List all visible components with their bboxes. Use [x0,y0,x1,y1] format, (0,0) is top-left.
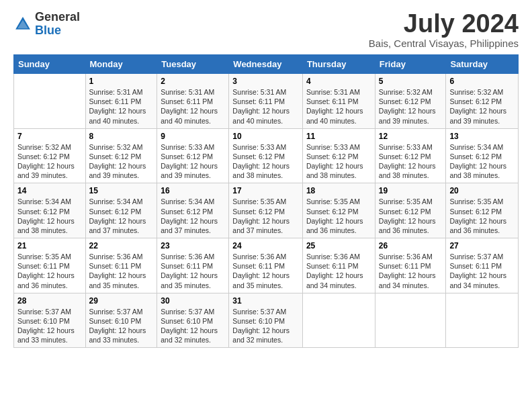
daylight-text: Daylight: 12 hours and 38 minutes. [232,162,290,179]
daylight-text: Daylight: 12 hours and 40 minutes. [232,107,290,124]
cell-info: Sunrise: 5:35 AM Sunset: 6:11 PM Dayligh… [17,252,82,290]
calendar-cell [446,293,519,348]
logo-text: General Blue [35,11,80,38]
cell-info: Sunrise: 5:32 AM Sunset: 6:12 PM Dayligh… [379,87,443,126]
weekday-header: Thursday [302,55,375,74]
calendar-table: SundayMondayTuesdayWednesdayThursdayFrid… [13,54,519,348]
sunrise-text: Sunrise: 5:32 AM [89,143,143,151]
cell-info: Sunrise: 5:37 AM Sunset: 6:10 PM Dayligh… [161,307,225,345]
calendar-cell: 29 Sunrise: 5:37 AM Sunset: 6:10 PM Dayl… [85,293,157,348]
calendar-cell: 20 Sunrise: 5:35 AM Sunset: 6:12 PM Dayl… [446,183,519,238]
cell-info: Sunrise: 5:32 AM Sunset: 6:12 PM Dayligh… [89,142,154,181]
calendar-cell: 2 Sunrise: 5:31 AM Sunset: 6:11 PM Dayli… [157,74,229,129]
sunrise-text: Sunrise: 5:36 AM [161,253,214,261]
daylight-text: Daylight: 12 hours and 40 minutes. [89,107,146,124]
cell-info: Sunrise: 5:34 AM Sunset: 6:12 PM Dayligh… [17,197,82,235]
sunset-text: Sunset: 6:12 PM [379,152,431,161]
daylight-text: Daylight: 12 hours and 39 minutes. [449,107,506,124]
cell-info: Sunrise: 5:31 AM Sunset: 6:11 PM Dayligh… [89,87,154,126]
daylight-text: Daylight: 12 hours and 38 minutes. [17,217,75,234]
cell-info: Sunrise: 5:33 AM Sunset: 6:12 PM Dayligh… [161,142,225,181]
cell-info: Sunrise: 5:36 AM Sunset: 6:11 PM Dayligh… [89,252,154,290]
day-number: 4 [306,77,371,86]
calendar-cell: 5 Sunrise: 5:32 AM Sunset: 6:12 PM Dayli… [375,74,446,129]
cell-info: Sunrise: 5:37 AM Sunset: 6:10 PM Dayligh… [17,307,82,345]
day-number: 3 [232,77,299,86]
sunset-text: Sunset: 6:11 PM [161,262,213,270]
weekday-header: Wednesday [229,55,303,74]
sunrise-text: Sunrise: 5:37 AM [89,308,143,316]
daylight-text: Daylight: 12 hours and 35 minutes. [89,271,146,289]
weekday-header: Friday [375,55,446,74]
logo-general-text: General [35,11,80,24]
day-number: 26 [379,241,443,250]
calendar-cell: 10 Sunrise: 5:33 AM Sunset: 6:12 PM Dayl… [229,128,303,183]
daylight-text: Daylight: 12 hours and 32 minutes. [232,326,290,344]
calendar-cell [302,293,375,348]
sunrise-text: Sunrise: 5:34 AM [161,197,214,205]
day-number: 18 [306,186,371,195]
daylight-text: Daylight: 12 hours and 36 minutes. [306,217,363,234]
daylight-text: Daylight: 12 hours and 35 minutes. [161,271,218,289]
cell-info: Sunrise: 5:31 AM Sunset: 6:11 PM Dayligh… [306,87,371,126]
calendar-week-row: 7 Sunrise: 5:32 AM Sunset: 6:12 PM Dayli… [14,128,519,183]
daylight-text: Daylight: 12 hours and 33 minutes. [17,326,75,344]
sunrise-text: Sunrise: 5:35 AM [306,197,360,205]
cell-info: Sunrise: 5:35 AM Sunset: 6:12 PM Dayligh… [306,197,371,235]
cell-info: Sunrise: 5:34 AM Sunset: 6:12 PM Dayligh… [161,197,225,235]
daylight-text: Daylight: 12 hours and 38 minutes. [449,162,506,179]
sunset-text: Sunset: 6:12 PM [17,208,70,216]
sunrise-text: Sunrise: 5:37 AM [232,308,286,316]
daylight-text: Daylight: 12 hours and 40 minutes. [306,107,363,124]
sunrise-text: Sunrise: 5:34 AM [89,197,143,205]
day-number: 31 [232,296,299,306]
calendar-week-row: 28 Sunrise: 5:37 AM Sunset: 6:10 PM Dayl… [14,293,519,348]
weekday-header: Tuesday [157,55,229,74]
day-number: 9 [161,132,225,141]
sunset-text: Sunset: 6:12 PM [161,208,213,216]
sunset-text: Sunset: 6:11 PM [449,262,502,270]
calendar-cell: 19 Sunrise: 5:35 AM Sunset: 6:12 PM Dayl… [375,183,446,238]
calendar-cell: 12 Sunrise: 5:33 AM Sunset: 6:12 PM Dayl… [375,128,446,183]
calendar-cell: 9 Sunrise: 5:33 AM Sunset: 6:12 PM Dayli… [157,128,229,183]
sunrise-text: Sunrise: 5:34 AM [17,197,71,205]
daylight-text: Daylight: 12 hours and 38 minutes. [379,162,436,179]
sunrise-text: Sunrise: 5:35 AM [232,197,286,205]
cell-info: Sunrise: 5:37 AM Sunset: 6:10 PM Dayligh… [232,307,299,345]
sunset-text: Sunset: 6:12 PM [232,208,285,216]
calendar-cell: 22 Sunrise: 5:36 AM Sunset: 6:11 PM Dayl… [85,238,157,293]
day-number: 11 [306,132,371,141]
sunset-text: Sunset: 6:12 PM [89,152,142,161]
sunrise-text: Sunrise: 5:33 AM [379,143,433,151]
cell-info: Sunrise: 5:34 AM Sunset: 6:12 PM Dayligh… [89,197,154,235]
daylight-text: Daylight: 12 hours and 36 minutes. [379,217,436,234]
calendar-cell [14,74,86,129]
daylight-text: Daylight: 12 hours and 32 minutes. [161,326,218,344]
daylight-text: Daylight: 12 hours and 36 minutes. [17,271,75,289]
calendar-cell: 8 Sunrise: 5:32 AM Sunset: 6:12 PM Dayli… [85,128,157,183]
daylight-text: Daylight: 12 hours and 37 minutes. [161,217,218,234]
weekday-header: Sunday [14,55,86,74]
calendar-cell: 28 Sunrise: 5:37 AM Sunset: 6:10 PM Dayl… [14,293,86,348]
day-number: 14 [17,186,82,195]
cell-info: Sunrise: 5:36 AM Sunset: 6:11 PM Dayligh… [306,252,371,290]
day-number: 30 [161,296,225,306]
sunset-text: Sunset: 6:10 PM [89,317,142,325]
cell-info: Sunrise: 5:32 AM Sunset: 6:12 PM Dayligh… [449,87,515,126]
daylight-text: Daylight: 12 hours and 33 minutes. [89,326,146,344]
sunrise-text: Sunrise: 5:36 AM [232,253,286,261]
sunset-text: Sunset: 6:12 PM [449,152,502,161]
day-number: 15 [89,186,154,195]
cell-info: Sunrise: 5:35 AM Sunset: 6:12 PM Dayligh… [379,197,443,235]
calendar-cell: 24 Sunrise: 5:36 AM Sunset: 6:11 PM Dayl… [229,238,303,293]
calendar-cell: 1 Sunrise: 5:31 AM Sunset: 6:11 PM Dayli… [85,74,157,129]
cell-info: Sunrise: 5:33 AM Sunset: 6:12 PM Dayligh… [232,142,299,181]
calendar-cell: 3 Sunrise: 5:31 AM Sunset: 6:11 PM Dayli… [229,74,303,129]
sunrise-text: Sunrise: 5:31 AM [232,88,286,96]
day-number: 19 [379,186,443,195]
cell-info: Sunrise: 5:37 AM Sunset: 6:11 PM Dayligh… [449,252,515,290]
calendar-week-row: 14 Sunrise: 5:34 AM Sunset: 6:12 PM Dayl… [14,183,519,238]
day-number: 28 [17,296,82,306]
daylight-text: Daylight: 12 hours and 34 minutes. [379,271,436,289]
month-year-title: July 2024 [369,11,519,36]
